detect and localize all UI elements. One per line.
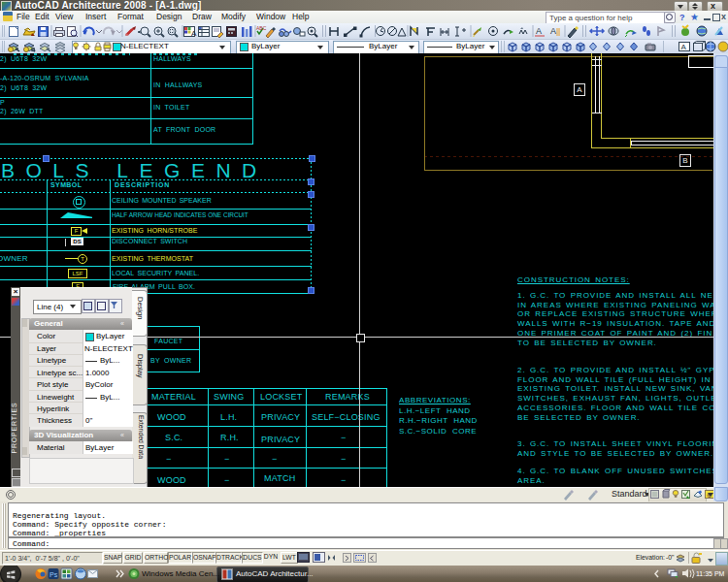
svg-text:ABC: ABC: [256, 25, 267, 31]
svg-text:A: A: [550, 26, 556, 36]
svg-text:A: A: [536, 26, 542, 36]
svg-text:A: A: [681, 43, 687, 51]
svg-text:A: A: [191, 29, 197, 38]
